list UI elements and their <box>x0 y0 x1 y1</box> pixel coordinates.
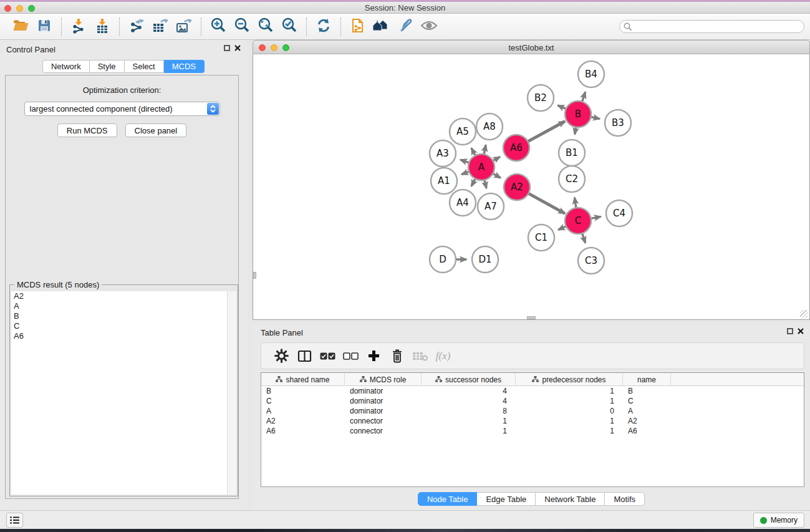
node-A7[interactable]: A7 <box>478 193 504 220</box>
float-panel-icon[interactable] <box>787 328 793 334</box>
node-D1[interactable]: D1 <box>472 246 498 273</box>
save-session-button[interactable] <box>32 16 56 37</box>
edge-A6-B[interactable] <box>527 121 565 142</box>
zoom-fit-button[interactable] <box>254 16 277 37</box>
delete-column-button[interactable] <box>385 346 408 367</box>
node-A4[interactable]: A4 <box>450 190 476 216</box>
table-row[interactable]: Cdominator41C <box>261 396 804 406</box>
tab-edge-table[interactable]: Edge Table <box>477 492 536 506</box>
node-label: A5 <box>456 126 469 137</box>
table-row[interactable]: A2connector11A2 <box>261 416 804 426</box>
close-panel-icon[interactable] <box>798 328 804 334</box>
main-toolbar <box>0 14 810 40</box>
node-table[interactable]: shared nameMCDS rolesuccessor nodesprede… <box>261 372 804 487</box>
deselect-all-button[interactable] <box>339 346 362 367</box>
mcds-result-item[interactable]: A6 <box>11 331 227 341</box>
network-window-titlebar[interactable]: testGlobe.txt <box>253 40 810 54</box>
table-row[interactable]: Adominator80A <box>261 406 804 416</box>
node-A3[interactable]: A3 <box>430 140 456 167</box>
tab-style[interactable]: Style <box>90 60 125 73</box>
table-cell: dominator <box>345 406 422 416</box>
close-panel-icon[interactable] <box>234 45 241 51</box>
show-columns-button[interactable] <box>293 346 316 367</box>
node-A[interactable]: A <box>468 154 494 180</box>
node-A1[interactable]: A1 <box>431 168 457 194</box>
node-A2[interactable]: A2 <box>504 174 530 200</box>
node-C2[interactable]: C2 <box>559 166 585 192</box>
table-row[interactable]: Bdominator41B <box>261 386 804 396</box>
tab-mcds[interactable]: MCDS <box>164 60 205 73</box>
column-header-successor-nodes[interactable]: successor nodes <box>422 373 516 386</box>
node-A8[interactable]: A8 <box>476 114 503 140</box>
node-B4[interactable]: B4 <box>578 61 604 87</box>
table-cell: 4 <box>422 386 516 396</box>
import-network-button[interactable] <box>67 16 90 37</box>
node-B1[interactable]: B1 <box>559 140 585 166</box>
memory-button[interactable]: Memory <box>753 513 804 528</box>
zoom-out-button[interactable] <box>230 16 254 37</box>
node-B2[interactable]: B2 <box>528 85 554 111</box>
tab-network[interactable]: Network <box>42 60 90 73</box>
node-B[interactable]: B <box>565 101 591 127</box>
add-column-button[interactable] <box>362 346 385 367</box>
node-D[interactable]: D <box>430 246 456 273</box>
export-network-button[interactable] <box>125 16 148 37</box>
open-session-button[interactable] <box>9 16 32 37</box>
refresh-view-button[interactable] <box>312 16 335 37</box>
network-from-selection-button[interactable] <box>346 16 370 37</box>
node-label: A1 <box>438 175 450 186</box>
table-cell: 4 <box>422 396 516 406</box>
export-image-button[interactable] <box>172 16 196 37</box>
zoom-in-button[interactable] <box>206 16 230 37</box>
zoom-selected-button[interactable] <box>277 16 301 37</box>
network-vertical-scrollbar-thumb[interactable] <box>253 272 256 279</box>
toggle-graphics-details-button[interactable] <box>393 16 417 37</box>
network-view-window: testGlobe.txt AA5A8A3A1A4A7A6A2BB2B4B3B1… <box>253 40 810 320</box>
close-panel-button[interactable]: Close panel <box>125 123 187 137</box>
window-resize-grip[interactable] <box>800 310 808 318</box>
node-A5[interactable]: A5 <box>450 118 476 145</box>
mcds-result-item[interactable]: A2 <box>11 291 227 301</box>
table-settings-button[interactable] <box>270 346 293 367</box>
network-horizontal-scrollbar-thumb[interactable] <box>527 316 536 319</box>
float-panel-icon[interactable] <box>224 45 230 51</box>
column-header-shared-name[interactable]: shared name <box>261 373 345 386</box>
tab-node-table[interactable]: Node Table <box>418 492 478 506</box>
mcds-result-scrollbar[interactable] <box>227 291 236 495</box>
export-table-button[interactable] <box>148 16 172 37</box>
memory-status-dot <box>760 517 767 524</box>
tab-motifs[interactable]: Motifs <box>605 492 645 506</box>
column-header-name[interactable]: name <box>623 373 671 386</box>
unchecked-boxes-icon <box>343 352 359 360</box>
node-B3[interactable]: B3 <box>605 110 631 136</box>
node-C1[interactable]: C1 <box>528 225 554 251</box>
node-A6[interactable]: A6 <box>503 135 529 161</box>
mcds-result-item[interactable]: C <box>11 321 227 331</box>
search-input[interactable] <box>619 20 804 33</box>
show-hide-eye-button[interactable] <box>417 16 441 37</box>
node-label: A7 <box>485 201 497 212</box>
column-header-MCDS-role[interactable]: MCDS role <box>345 373 422 386</box>
run-mcds-button[interactable]: Run MCDS <box>57 123 117 137</box>
mcds-result-item[interactable]: B <box>11 311 227 321</box>
select-all-button[interactable] <box>316 346 339 367</box>
home-cybrowser-button[interactable] <box>370 16 393 37</box>
trash-icon <box>391 349 403 363</box>
task-history-button[interactable] <box>6 513 23 528</box>
node-C4[interactable]: C4 <box>606 200 632 226</box>
delete-table-button[interactable] <box>408 346 432 367</box>
node-C[interactable]: C <box>565 208 591 234</box>
column-header-predecessor-nodes[interactable]: predecessor nodes <box>516 373 623 386</box>
function-builder-button[interactable]: f(x) <box>432 346 455 367</box>
network-canvas[interactable]: AA5A8A3A1A4A7A6A2BB2B4B3B1CC2C1C4C3DD1 <box>253 54 810 320</box>
toolbar-separator <box>201 17 201 36</box>
table-row[interactable]: A6connector11A6 <box>261 426 804 436</box>
zoom-selected-icon <box>281 17 297 36</box>
criterion-dropdown[interactable]: largest connected component (directed) <box>24 102 220 116</box>
tab-select[interactable]: Select <box>125 60 164 73</box>
import-table-button[interactable] <box>90 16 114 37</box>
tab-network-table[interactable]: Network Table <box>536 492 605 506</box>
node-C3[interactable]: C3 <box>578 248 604 274</box>
mcds-result-item[interactable]: A <box>11 301 227 311</box>
edge-A2-C[interactable] <box>528 193 565 213</box>
